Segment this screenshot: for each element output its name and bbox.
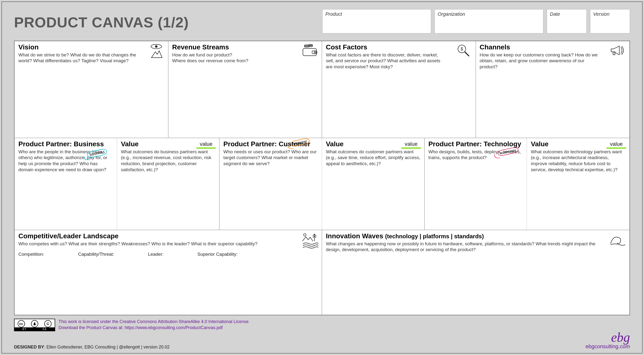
label-capability-threat: Capability/Threat: bbox=[78, 252, 114, 257]
meta-product-field[interactable]: Product bbox=[322, 9, 431, 34]
row-top: Vision What do we strive to be? What do … bbox=[14, 41, 630, 138]
value-tag-technology: value bbox=[606, 141, 626, 149]
cell-partner-business: Product Partner: Business Who are the pe… bbox=[14, 138, 117, 230]
cc-by-text: BY bbox=[22, 328, 26, 330]
ebg-logo: ebg ebgconsulting.com bbox=[586, 331, 630, 350]
competitive-desc: Who competes with us? What are their str… bbox=[18, 241, 303, 247]
cell-competitive: Competitive/Leader Landscape Who compete… bbox=[14, 230, 322, 315]
value-tag-customer: value bbox=[401, 141, 421, 149]
designed-by: DESIGNED BY: Ellen Gottesdiener, EBG Con… bbox=[14, 344, 170, 350]
innovation-subtitle: (technology | platforms | standards) bbox=[385, 233, 484, 239]
svg-text:$: $ bbox=[460, 47, 463, 51]
svg-point-4 bbox=[314, 52, 316, 53]
cell-vision: Vision What do we strive to be? What do … bbox=[14, 41, 168, 138]
cell-channels: Channels How do we keep our customers co… bbox=[476, 41, 630, 138]
svg-point-1 bbox=[155, 46, 157, 48]
svg-point-13 bbox=[304, 234, 306, 236]
value-tag-business: value bbox=[196, 141, 216, 149]
footer-text: This work is licensed under the Creative… bbox=[58, 319, 248, 331]
meta-boxes: Product Organization Date Version bbox=[322, 9, 630, 34]
competitive-labels: Competition: Capability/Threat: Leader: … bbox=[18, 252, 318, 257]
megaphone-icon bbox=[609, 44, 626, 58]
cell-innovation: Innovation Waves (technology | platforms… bbox=[322, 230, 630, 315]
partner-customer-desc: Who needs or uses our product? Who are o… bbox=[223, 149, 318, 167]
meta-organization-label: Organization bbox=[438, 11, 465, 17]
page-title: PRODUCT CANVAS (1/2) bbox=[14, 9, 322, 31]
meta-date-label: Date bbox=[550, 11, 560, 17]
cost-desc: What cost factors are there to discover,… bbox=[326, 52, 446, 70]
cell-value-technology: Value What outcomes do technology partne… bbox=[527, 138, 630, 230]
cell-value-customer: Value What outcomes do customer partners… bbox=[322, 138, 424, 230]
cell-partner-customer: Product Partner: Customer Who needs or u… bbox=[220, 138, 322, 230]
ebg-logo-script: ebg bbox=[586, 331, 630, 343]
channels-desc: How do we keep our customers coming back… bbox=[480, 52, 600, 70]
cell-cost: Cost Factors What cost factors are there… bbox=[322, 41, 476, 138]
value-business-desc: What outcomes do business partners want … bbox=[121, 149, 216, 173]
cc-sa-text: SA bbox=[42, 328, 47, 330]
by-icon bbox=[31, 320, 38, 327]
innovation-title-text: Innovation Waves bbox=[326, 232, 383, 240]
innovation-title: Innovation Waves (technology | platforms… bbox=[326, 232, 626, 240]
label-leader: Leader: bbox=[148, 252, 164, 257]
meta-version-field[interactable]: Version bbox=[590, 9, 630, 34]
dollar-magnify-icon: $ bbox=[455, 44, 472, 58]
cell-revenue: Revenue Streams How do we fund our produ… bbox=[168, 41, 322, 138]
footer: cc BY SA This work is licensed under the… bbox=[14, 319, 630, 331]
license-line: This work is licensed under the Creative… bbox=[58, 319, 248, 325]
canvas-frame: PRODUCT CANVAS (1/2) Product Organizatio… bbox=[2, 2, 642, 353]
label-superior-capability: Superior Capability: bbox=[198, 252, 238, 257]
designed-by-label: DESIGNED BY bbox=[14, 344, 44, 349]
sa-icon bbox=[44, 320, 52, 327]
value-customer-desc: What outcomes do customer partners want … bbox=[326, 149, 420, 167]
cost-title: Cost Factors bbox=[326, 44, 472, 51]
partner-business-title: Product Partner: Business bbox=[18, 140, 113, 148]
revenue-title: Revenue Streams bbox=[172, 44, 318, 51]
wallet-coins-icon bbox=[302, 44, 318, 58]
row-bottom: Competitive/Leader Landscape Who compete… bbox=[14, 230, 630, 315]
meta-date-field[interactable]: Date bbox=[547, 9, 587, 34]
vision-title: Vision bbox=[18, 44, 164, 51]
innovation-desc: What changes are happening now or possib… bbox=[326, 241, 610, 253]
competitive-title: Competitive/Leader Landscape bbox=[18, 232, 318, 240]
value-technology-desc: What outcomes do technology partners wan… bbox=[531, 149, 626, 173]
designed-by-value: : Ellen Gottesdiener, EBG Consulting | @… bbox=[44, 344, 170, 349]
header-row: PRODUCT CANVAS (1/2) Product Organizatio… bbox=[14, 9, 630, 36]
meta-version-label: Version bbox=[593, 11, 610, 17]
eye-mountain-icon bbox=[148, 44, 165, 58]
label-competition: Competition: bbox=[18, 252, 44, 257]
row-partners: Product Partner: Business Who are the pe… bbox=[14, 138, 630, 230]
cc-icon: cc bbox=[18, 320, 25, 327]
partner-technology-title: Product Partner: Technology bbox=[428, 140, 523, 148]
vision-desc: What do we strive to be? What do we do t… bbox=[18, 52, 138, 64]
cell-value-business: Value What outcomes do business partners… bbox=[117, 138, 220, 230]
landscape-icon bbox=[302, 232, 318, 247]
download-line: Download the Product Canvas at: https://… bbox=[58, 325, 248, 331]
meta-organization-field[interactable]: Organization bbox=[434, 9, 543, 34]
canvas-grid: Vision What do we strive to be? What do … bbox=[14, 41, 630, 315]
channels-title: Channels bbox=[480, 44, 626, 51]
cc-band: BY SA bbox=[14, 327, 55, 331]
ebg-logo-url: ebgconsulting.com bbox=[586, 343, 630, 350]
cc-license-badge: cc BY SA bbox=[14, 319, 55, 331]
revenue-desc: How do we fund our product? Where does o… bbox=[172, 52, 292, 64]
wave-icon bbox=[609, 232, 626, 247]
svg-line-11 bbox=[465, 52, 469, 56]
cell-partner-technology: Product Partner: Technology Who designs,… bbox=[424, 138, 527, 230]
meta-product-label: Product bbox=[326, 11, 342, 17]
